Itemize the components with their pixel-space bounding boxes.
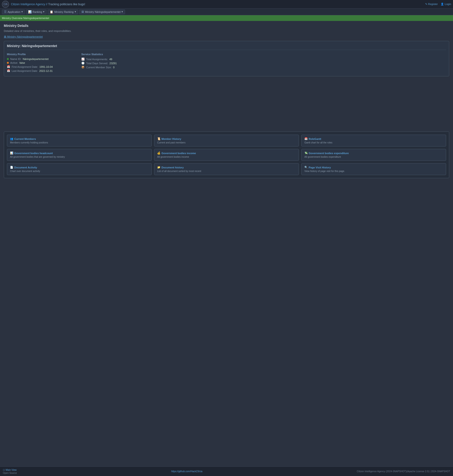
current-members-icon: 👥 (10, 137, 13, 140)
ranking-icon: 📊 (28, 10, 32, 14)
main-view-icon: ⬡ (3, 469, 6, 471)
footer-right: Citizen Intelligence Agency (2024-SNAPSH… (357, 470, 450, 473)
main-view-link[interactable]: ⬡ Main View (3, 469, 17, 471)
active-dot (7, 62, 9, 64)
card-role-gantt[interactable]: 📅 RoleGantt Gantt chart for all the role… (301, 135, 446, 147)
current-member-row: 📦 Current Member Size: 0 (81, 66, 117, 69)
name-id-dot (7, 58, 9, 60)
login-link[interactable]: 👤 Login (441, 3, 451, 6)
nav-item-ministry-detail[interactable]: 🏛 Ministry Näringsdepartementet ▾ (79, 9, 125, 14)
register-link[interactable]: ✎ Register (425, 3, 438, 6)
card-current-members[interactable]: 👥 Current Members Members currently hold… (7, 135, 152, 147)
card-current-members-desc: Members currently holding positions (10, 141, 149, 144)
card-member-history[interactable]: 📜 Member History Current and past member… (154, 135, 299, 147)
card-page-visit-history[interactable]: 🔍 Page Visit History View history of pag… (301, 163, 446, 175)
gov-headcount-icon: 📊 (10, 151, 13, 155)
role-gantt-icon: 📅 (304, 137, 308, 140)
login-icon: 👤 (441, 3, 445, 6)
card-member-history-desc: Current and past members (157, 141, 296, 144)
name-id-row: Name ID: Näringsdepartementet (7, 57, 53, 60)
first-assignment-label: First Assignment Date: (12, 65, 38, 68)
member-history-link[interactable]: Member History (162, 137, 181, 140)
profile-grid: Ministry Profile Name ID: Näringsdeparte… (7, 53, 446, 73)
cards-grid: 👥 Current Members Members currently hold… (7, 135, 446, 175)
total-days-row: 🕐 Total Days Served: 23291 (81, 62, 117, 65)
card-gov-income[interactable]: 💰 Government bodies income All governmen… (154, 149, 299, 161)
github-link[interactable]: https://github.com/Hack23/cia (171, 470, 202, 473)
current-member-icon: 📦 (81, 66, 85, 69)
ministry-ranking-icon: 📋 (50, 10, 53, 14)
nav-item-application[interactable]: ☰ Application ▾ (2, 9, 25, 14)
page-visit-history-link[interactable]: Page Visit History (309, 166, 331, 169)
total-assignments-row: 📈 Total Assignments: 49 (81, 57, 117, 61)
ranking-dropdown-icon: ▾ (43, 10, 44, 13)
total-assignments-icon: 📈 (81, 57, 85, 61)
card-gov-income-desc: All government bodies income (157, 156, 296, 158)
logo-text: CIA (4, 3, 8, 6)
gov-expenditure-link[interactable]: Government bodies expenditure (309, 152, 349, 155)
card-document-activity-title: 📄 Document Activity (10, 166, 149, 169)
footer: ⬡ Main View Open Source https://github.c… (0, 467, 453, 476)
page-visit-history-icon: 🔍 (304, 166, 308, 169)
first-assignment-icon: 📅 (7, 65, 10, 68)
footer-center: https://github.com/Hack23/cia (171, 470, 202, 473)
card-gov-expenditure[interactable]: 💸 Government bodies expenditure All gove… (301, 149, 446, 161)
active-label: Active: (10, 61, 18, 64)
footer-left: ⬡ Main View Open Source (3, 469, 17, 474)
card-document-activity-desc: Chart over document activity (10, 170, 149, 172)
application-dropdown-icon: ▾ (21, 10, 23, 13)
card-page-visit-history-title: 🔍 Page Visit History (304, 166, 443, 169)
card-document-activity[interactable]: 📄 Document Activity Chart over document … (7, 163, 152, 175)
card-document-history-desc: List of all document sorted by most rece… (157, 170, 296, 172)
ministry-card-title: Ministry: Näringsdepartementet (7, 44, 446, 50)
page-description: Detailed view of ministries, their roles… (4, 29, 449, 32)
ministry-ranking-dropdown-icon: ▾ (75, 10, 76, 13)
card-gov-headcount-desc: All government bodies that are governed … (10, 156, 149, 158)
card-current-members-title: 👥 Current Members (10, 137, 149, 140)
card-gov-headcount[interactable]: 📊 Government bodies headcount All govern… (7, 149, 152, 161)
header-title: Citizen Intelligence Agency // Tracking … (11, 3, 85, 6)
ministry-profile-heading: Ministry Profile (7, 53, 53, 56)
last-assignment-value: 2022-12-31 (39, 70, 53, 72)
current-members-link[interactable]: Current Members (14, 137, 36, 140)
register-icon: ✎ (425, 3, 428, 6)
active-row: Active: false (7, 61, 53, 64)
total-days-icon: 🕐 (81, 62, 85, 65)
document-history-link[interactable]: Document history (162, 166, 184, 169)
nav-label-application: Application (8, 10, 21, 13)
last-assignment-row: 📅 Last Assignment Date: 2022-12-31 (7, 69, 53, 72)
document-activity-link[interactable]: Document Activity (14, 166, 37, 169)
total-assignments-value: 49 (109, 58, 112, 61)
document-activity-icon: 📄 (10, 166, 13, 169)
ministry-profile-section: Ministry Profile Name ID: Näringsdeparte… (7, 53, 53, 73)
ministry-detail-icon: 🏛 (81, 10, 84, 14)
nav-item-ranking[interactable]: 📊 Ranking ▾ (26, 9, 47, 14)
version-label: 2024-SNAPSHOT (431, 470, 450, 473)
navbar: ☰ Application ▾ 📊 Ranking ▾ 📋 Ministry R… (0, 8, 453, 15)
header-left: CIA Citizen Intelligence Agency // Track… (2, 1, 85, 8)
nav-label-ministry-ranking: Ministry Ranking (54, 10, 73, 13)
breadcrumb-text: Ministry Overview Näringsdepartementet (2, 17, 49, 20)
nav-label-ranking: Ranking (33, 10, 42, 13)
open-source-label: Open Source (3, 472, 17, 474)
card-document-history-title: 📁 Document history (157, 166, 296, 169)
total-assignments-label: Total Assignments: (86, 58, 108, 61)
spacer (4, 80, 449, 128)
register-label: Register (428, 3, 438, 6)
card-gov-income-title: 💰 Government bodies income (157, 151, 296, 155)
gov-income-link[interactable]: Government bodies income (162, 152, 196, 155)
ministry-breadcrumb-link[interactable]: 🏛 Ministry Näringsdepartementet (4, 35, 449, 38)
header: CIA Citizen Intelligence Agency // Track… (0, 0, 453, 8)
card-gov-expenditure-desc: All government bodies expenditure (304, 156, 443, 158)
card-document-history[interactable]: 📁 Document history List of all document … (154, 163, 299, 175)
service-stats-heading: Service Statistics (81, 53, 117, 56)
breadcrumb-link-icon: 🏛 (4, 35, 7, 38)
card-gov-headcount-title: 📊 Government bodies headcount (10, 151, 149, 155)
current-member-label: Current Member Size: (86, 66, 112, 69)
gov-headcount-link[interactable]: Government bodies headcount (14, 152, 53, 155)
nav-item-ministry-ranking[interactable]: 📋 Ministry Ranking ▾ (48, 9, 78, 14)
card-role-gantt-desc: Gantt chart for all the roles (304, 141, 443, 144)
gov-income-icon: 💰 (157, 151, 161, 155)
card-gov-expenditure-title: 💸 Government bodies expenditure (304, 151, 443, 155)
role-gantt-link[interactable]: RoleGantt (309, 137, 321, 140)
